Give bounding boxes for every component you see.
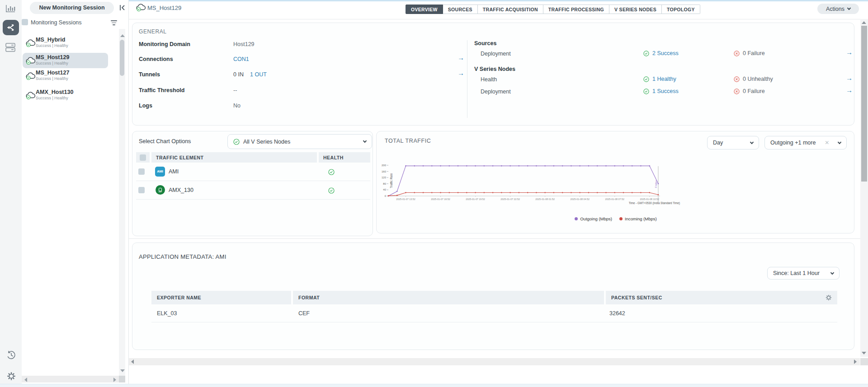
svg-text:2025-01-07 13:52: 2025-01-07 13:52 [396,198,415,200]
traffic-element-name: AMX_130 [169,187,193,193]
chevron-down-icon [750,140,754,144]
collapse-sidebar-icon[interactable] [118,4,127,12]
arrow-right-icon[interactable]: → [458,54,464,61]
failure-status[interactable]: 0 Failure [734,88,765,94]
session-item[interactable]: MS_Hybrid Success | Healthy [23,35,108,51]
tab-sources[interactable]: SOURCES [443,5,478,14]
traffic-element-row[interactable]: AMI AMI [136,163,370,181]
tab-overview[interactable]: OVERVIEW [406,5,443,14]
traffic-element-row[interactable]: OUT AMX_130 [136,181,370,200]
success-count: 1 Healthy [652,76,676,82]
tab-traffic-processing[interactable]: TRAFFIC PROCESSING [543,5,609,14]
chevron-down-icon [838,140,841,144]
top-accent-strip [129,0,868,1]
svg-text:160: 160 [382,170,387,173]
column-header: PACKETS SENT/SEC [606,291,837,304]
tab-topology[interactable]: TOPOLOGY [662,5,700,14]
scroll-right-arrow[interactable] [854,359,857,364]
success-count: 2 Success [652,50,679,56]
sidebar-horizontal-scrollbar[interactable] [22,376,119,382]
session-item-selected[interactable]: MS_Host129 Success | Healthy [23,53,108,68]
svg-text:2025-01-08 04:52: 2025-01-08 04:52 [570,198,590,200]
select-value: All V Series Nodes [243,139,290,145]
legend-incoming[interactable]: Incoming (Mbps) [619,216,657,221]
tab-traffic-acquisition[interactable]: TRAFFIC ACQUISITION [478,5,543,14]
scroll-down-arrow[interactable] [862,352,866,354]
since-select[interactable]: Since: Last 1 Hour [767,267,840,280]
select-all-sessions-checkbox[interactable] [22,19,28,25]
checkbox-column-header [136,152,150,163]
packets-cell: 32642 [609,310,625,317]
scroll-down-arrow[interactable] [120,369,125,372]
tab-v-series-nodes[interactable]: V SERIES NODES [609,5,662,14]
arrow-right-icon[interactable]: → [846,74,853,82]
v-series-nodes-select[interactable]: All V Series Nodes [227,134,372,149]
scroll-up-arrow[interactable] [862,21,866,24]
main-horizontal-scrollbar[interactable] [129,358,860,365]
session-status: Success | Healthy [36,61,68,65]
scroll-up-arrow[interactable] [120,34,125,37]
row-label: Connections [139,56,173,62]
check-circle-icon [643,76,649,82]
arrow-right-icon[interactable]: → [458,69,464,77]
row-label: Traffic Threshold [139,87,184,93]
cloud-healthy-icon [25,38,36,47]
legend-outgoing[interactable]: Outgoing (Mbps) [575,216,612,221]
failure-status[interactable]: 0 Unhealthy [734,76,773,82]
server-icon[interactable] [5,43,15,52]
footer-strip [0,384,868,387]
health-ok-icon [328,187,335,194]
row-checkbox[interactable] [138,168,145,175]
svg-text:2025-01-08 10:52: 2025-01-08 10:52 [640,198,659,200]
row-checkbox[interactable] [138,187,145,193]
column-header: EXPORTER NAME [151,291,291,304]
header-divider [129,19,860,19]
success-status[interactable]: 1 Success [643,88,679,94]
tunnels-in: 0 IN [233,71,244,78]
series-select[interactable]: Outgoing +1 more ✕ [764,136,847,149]
sidebar-scrollbar-thumb[interactable] [120,40,124,76]
interval-select[interactable]: Day [707,136,759,149]
table-header: TRAFFIC ELEMENT HEALTH [136,152,370,163]
filter-icon[interactable] [111,20,117,27]
clear-icon[interactable]: ✕ [825,140,829,146]
session-title: MS_Hybrid [36,37,65,43]
row-value: No [233,103,241,109]
traffic-flow-nav-active[interactable] [3,20,19,35]
sidebar-scrollbar[interactable] [119,29,125,376]
arrow-right-icon[interactable]: → [846,86,853,94]
icon-rail [0,0,22,384]
actions-button[interactable]: Actions [817,4,859,14]
tunnels-out-link[interactable]: 1 OUT [250,71,267,78]
legend-dot [575,217,578,220]
session-item[interactable]: MS_Host127 Success | Healthy [23,68,108,84]
select-value: Outgoing +1 more [770,140,816,146]
check-circle-icon [643,89,649,94]
arrow-right-icon[interactable]: → [846,48,853,56]
bar-chart-icon[interactable] [5,4,15,13]
history-icon[interactable] [6,350,16,359]
legend-dot [619,217,623,220]
sessions-list-header: Monitoring Sessions [31,19,82,26]
gear-icon[interactable] [6,372,16,381]
failure-status[interactable]: 0 Failure [734,50,765,56]
scroll-left-arrow[interactable] [24,378,27,382]
scroll-right-arrow[interactable] [113,378,116,382]
column-header: FORMAT [293,291,604,304]
session-item[interactable]: AMX_Host130 Success | Healthy [23,88,108,103]
table-row[interactable]: ELK_03 CEF 32642 [151,304,837,322]
new-monitoring-session-button[interactable]: New Monitoring Session [30,2,114,14]
scroll-left-arrow[interactable] [131,359,134,364]
x-circle-icon [734,89,740,94]
connections-link[interactable]: CON1 [233,56,249,62]
page-scrollbar-thumb[interactable] [861,26,867,182]
success-status[interactable]: 1 Healthy [643,76,676,82]
main-content: MS_Host129 OVERVIEW SOURCES TRAFFIC ACQU… [129,0,868,387]
svg-text:200: 200 [382,164,387,167]
traffic-element-name: AMI [169,168,179,175]
failure-count: 0 Failure [743,50,765,56]
table-settings-gear-icon[interactable] [826,294,832,301]
select-all-checkbox[interactable] [140,154,146,161]
success-status[interactable]: 2 Success [643,50,679,56]
chevron-down-icon [830,270,834,274]
